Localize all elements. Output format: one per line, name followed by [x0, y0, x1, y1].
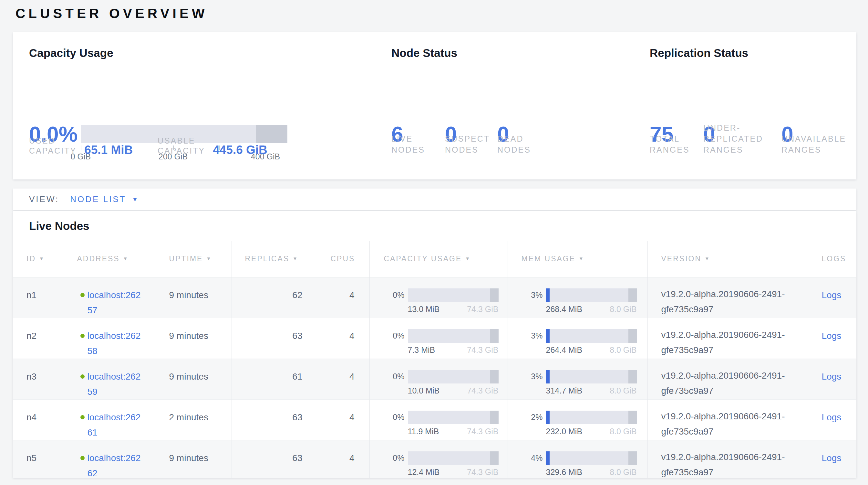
mem-usage-bar	[546, 370, 637, 383]
version-cell: v19.2.0-alpha.20190606-2491-gfe735c9a97	[647, 277, 809, 318]
logs-link[interactable]: Logs	[822, 331, 841, 341]
replicas-cell: 63	[231, 440, 317, 478]
usable-capacity-stat: USABLE CAPACITY 445.6 GiB	[158, 136, 268, 156]
table-row: n1 localhost:26257 9 minutes 62 4 0% 13.…	[13, 277, 857, 318]
mem-percent: 4%	[529, 454, 543, 462]
total-ranges-label: TOTAL RANGES	[650, 133, 703, 155]
capacity-used-value: 7.3 MiB	[408, 346, 435, 354]
cpus-cell: 4	[317, 277, 369, 318]
capacity-total-value: 74.3 GiB	[467, 346, 498, 354]
node-address-link[interactable]: localhost:26259	[88, 369, 146, 399]
capacity-percent: 0%	[391, 372, 405, 380]
capacity-used-value: 11.9 MiB	[408, 427, 439, 435]
logs-link[interactable]: Logs	[822, 412, 841, 422]
mem-percent: 3%	[529, 372, 543, 380]
live-status-dot-icon	[81, 415, 85, 419]
capacity-used-value: 10.0 MiB	[408, 387, 440, 395]
column-label: LOGS	[822, 254, 846, 263]
column-label: ADDRESS	[77, 254, 120, 263]
column-header-version[interactable]: VERSION▼	[647, 241, 809, 277]
logs-cell: Logs	[809, 440, 857, 478]
column-label: VERSION	[661, 254, 702, 263]
column-header-address[interactable]: ADDRESS▼	[64, 241, 156, 277]
replicas-cell: 62	[231, 277, 317, 318]
view-selector-dropdown[interactable]: NODE LIST ▼	[70, 194, 138, 204]
live-nodes-title: Live Nodes	[29, 220, 89, 232]
used-capacity-stat: USED CAPACITY 65.1 MiB	[29, 136, 158, 156]
column-label: REPLICAS	[245, 254, 290, 263]
mem-used-value: 268.4 MiB	[546, 305, 583, 313]
sort-caret-icon: ▼	[705, 256, 710, 261]
node-address-link[interactable]: localhost:26258	[88, 328, 146, 359]
mem-used-value: 264.4 MiB	[546, 346, 583, 354]
node-address-cell: localhost:26262	[64, 440, 156, 478]
column-header-uptime[interactable]: UPTIME▼	[156, 241, 231, 277]
live-nodes-label: LIVE NODES	[392, 133, 445, 155]
mem-used-value: 314.7 MiB	[546, 387, 583, 395]
node-id-cell: n1	[13, 277, 64, 318]
usable-capacity-value: 445.6 GiB	[213, 143, 268, 157]
table-row: n5 localhost:26262 9 minutes 63 4 0% 12.…	[13, 440, 857, 478]
mem-usage-cell: 3% 268.4 MiB8.0 GiB	[507, 277, 647, 318]
uptime-cell: 2 minutes	[156, 399, 231, 440]
logs-cell: Logs	[809, 399, 857, 440]
node-status-title: Node Status	[392, 47, 457, 59]
sort-caret-icon: ▼	[292, 256, 299, 261]
view-selected-value: NODE LIST	[70, 194, 126, 204]
capacity-usage-bar	[408, 370, 499, 383]
mem-usage-cell: 2% 232.0 MiB8.0 GiB	[507, 399, 647, 440]
logs-cell: Logs	[809, 277, 857, 318]
logs-link[interactable]: Logs	[822, 372, 841, 381]
replicas-cell: 61	[231, 359, 317, 399]
node-address-cell: localhost:26258	[64, 318, 156, 359]
mem-total-value: 8.0 GiB	[610, 387, 637, 395]
capacity-usage-bar	[408, 411, 499, 424]
dead-nodes-label: DEAD NODES	[497, 133, 555, 155]
node-address-link[interactable]: localhost:26261	[88, 410, 146, 440]
sort-caret-icon: ▼	[39, 256, 45, 261]
mem-total-value: 8.0 GiB	[610, 427, 637, 435]
under-replicated-label: UNDER-REPLICATED RANGES	[703, 122, 781, 155]
mem-percent: 3%	[529, 332, 543, 340]
logs-link[interactable]: Logs	[822, 290, 841, 300]
column-header-id[interactable]: ID▼	[13, 241, 64, 277]
mem-percent: 3%	[529, 291, 543, 299]
node-address-link[interactable]: localhost:26262	[88, 450, 146, 478]
mem-usage-cell: 4% 329.6 MiB8.0 GiB	[507, 440, 647, 478]
column-header-replicas[interactable]: REPLICAS▼	[231, 241, 317, 277]
logs-cell: Logs	[809, 359, 857, 399]
mem-usage-bar	[546, 288, 637, 302]
table-row: n2 localhost:26258 9 minutes 63 4 0% 7.3…	[13, 318, 857, 359]
mem-used-value: 329.6 MiB	[546, 468, 583, 476]
logs-link[interactable]: Logs	[822, 453, 841, 463]
sort-caret-icon: ▼	[579, 256, 585, 261]
cpus-cell: 4	[317, 440, 369, 478]
capacity-usage-cell: 0% 10.0 MiB74.3 GiB	[369, 359, 507, 399]
node-id-cell: n3	[13, 359, 64, 399]
column-label: CPUS	[331, 254, 355, 263]
cpus-cell: 4	[317, 399, 369, 440]
used-capacity-label: USED CAPACITY	[29, 136, 76, 156]
column-label: UPTIME	[169, 254, 203, 263]
table-row: n4 localhost:26261 2 minutes 63 4 0% 11.…	[13, 399, 857, 440]
column-header-capacity-usage[interactable]: CAPACITY USAGE▼	[369, 241, 507, 277]
column-header-mem-usage[interactable]: MEM USAGE▼	[507, 241, 647, 277]
node-address-link[interactable]: localhost:26257	[88, 287, 146, 318]
mem-total-value: 8.0 GiB	[610, 346, 637, 354]
column-label: CAPACITY USAGE	[384, 254, 462, 263]
mem-percent: 2%	[529, 413, 543, 421]
column-header-cpus: CPUS	[317, 241, 369, 277]
view-bar: VIEW: NODE LIST ▼	[13, 189, 857, 210]
mem-usage-cell: 3% 314.7 MiB8.0 GiB	[507, 359, 647, 399]
capacity-percent: 0%	[391, 413, 405, 421]
version-cell: v19.2.0-alpha.20190606-2491-gfe735c9a97	[647, 359, 809, 399]
live-status-dot-icon	[81, 334, 85, 338]
logs-cell: Logs	[809, 318, 857, 359]
usable-capacity-label: USABLE CAPACITY	[158, 136, 205, 156]
suspect-nodes-label: SUSPECT NODES	[445, 133, 497, 155]
mem-usage-bar	[546, 329, 637, 343]
capacity-stats: USED CAPACITY 65.1 MiB USABLE CAPACITY 4…	[29, 136, 268, 156]
capacity-total-value: 74.3 GiB	[467, 305, 498, 313]
cpus-cell: 4	[317, 359, 369, 399]
mem-usage-bar	[546, 411, 637, 424]
